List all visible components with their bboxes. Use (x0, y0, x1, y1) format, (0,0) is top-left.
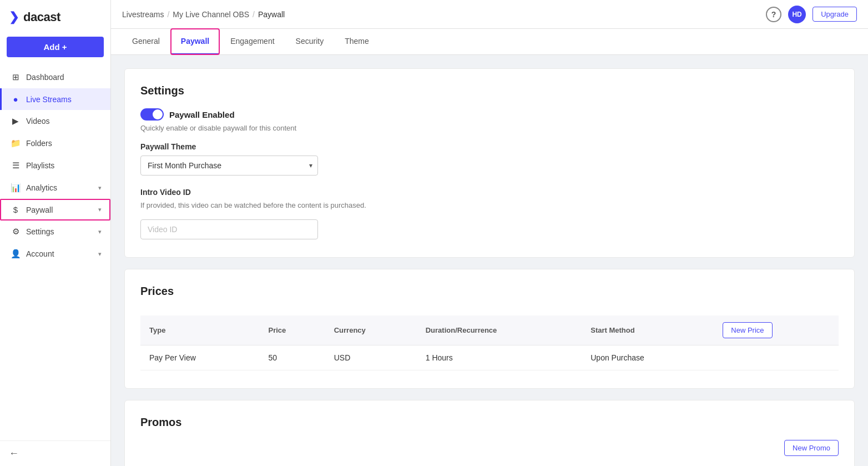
help-icon[interactable]: ? (766, 7, 781, 22)
cell-price: 50 (260, 345, 325, 370)
sidebar-label-live-streams: Live Streams (26, 95, 102, 104)
back-arrow-icon[interactable]: ← (9, 448, 19, 459)
analytics-icon: 📊 (11, 183, 21, 193)
sidebar-label-playlists: Playlists (26, 161, 102, 170)
tab-security[interactable]: Security (286, 29, 334, 54)
sidebar-item-account[interactable]: 👤 Account ▾ (0, 243, 110, 265)
cell-duration: 1 Hours (417, 345, 582, 370)
paywall-theme-select[interactable]: First Month Purchase Pay Per View Subscr… (140, 156, 318, 176)
paywall-theme-label: Paywall Theme (140, 142, 839, 151)
intro-video-label: Intro Video ID (140, 188, 839, 197)
sidebar-item-folders[interactable]: 📁 Folders (0, 132, 110, 154)
paywall-toggle[interactable] (140, 108, 164, 121)
folders-icon: 📁 (11, 138, 21, 148)
toggle-row: Paywall Enabled (140, 108, 839, 121)
new-price-button[interactable]: New Price (723, 322, 772, 338)
tab-engagement[interactable]: Engagement (220, 29, 284, 54)
add-button[interactable]: Add + (7, 37, 104, 57)
col-duration: Duration/Recurrence (417, 315, 582, 345)
cell-type: Pay Per View (140, 345, 260, 370)
cell-currency: USD (325, 345, 417, 370)
account-chevron: ▾ (98, 250, 102, 258)
toggle-desc: Quickly enable or disable paywall for th… (140, 124, 839, 132)
sidebar-label-folders: Folders (26, 139, 102, 148)
sidebar-label-analytics: Analytics (26, 183, 93, 192)
intro-video-desc: If provided, this video can be watched b… (140, 201, 839, 209)
main-area: Livestreams / My Live Channel OBS / Payw… (111, 0, 868, 466)
col-currency: Currency (325, 315, 417, 345)
promos-header: New Promo (140, 440, 839, 456)
no-promos-message: You have no Promos (140, 460, 839, 466)
sidebar-item-settings[interactable]: ⚙ Settings ▾ (0, 221, 110, 243)
breadcrumb-sep-1: / (167, 10, 169, 19)
prices-table: Type Price Currency Duration/Recurrence … (140, 315, 839, 370)
logo-text: dacast (23, 10, 60, 24)
page-content: Settings Paywall Enabled Quickly enable … (111, 55, 868, 466)
breadcrumb-livestreams[interactable]: Livestreams (122, 10, 164, 19)
prices-title: Prices (140, 285, 174, 298)
paywall-theme-select-wrap: First Month Purchase Pay Per View Subscr… (140, 156, 318, 176)
account-icon: 👤 (11, 249, 21, 259)
promos-title: Promos (140, 416, 839, 429)
settings-chevron: ▾ (98, 228, 102, 235)
cell-row-actions (714, 345, 839, 370)
paywall-chevron: ▾ (98, 206, 102, 213)
sidebar-nav: ⊞ Dashboard ● Live Streams ▶ Videos 📁 Fo… (0, 66, 110, 265)
breadcrumb-channel[interactable]: My Live Channel OBS (173, 10, 249, 19)
prices-table-header-row: Type Price Currency Duration/Recurrence … (140, 315, 839, 345)
tab-paywall[interactable]: Paywall (171, 29, 219, 54)
topbar-right: ? HD Upgrade (766, 6, 857, 23)
upgrade-button[interactable]: Upgrade (813, 7, 857, 22)
dashboard-icon: ⊞ (11, 72, 21, 82)
toggle-label: Paywall Enabled (169, 110, 235, 119)
prices-header-row: Prices (140, 285, 839, 309)
settings-icon: ⚙ (11, 227, 21, 237)
playlists-icon: ☰ (11, 161, 21, 171)
sidebar-item-dashboard[interactable]: ⊞ Dashboard (0, 66, 110, 88)
col-start-method: Start Method (582, 315, 714, 345)
breadcrumb: Livestreams / My Live Channel OBS / Payw… (122, 10, 285, 19)
sidebar-item-paywall[interactable]: $ Paywall ▾ (0, 199, 110, 221)
prices-card: Prices Type Price Currency Duration/Recu… (124, 269, 855, 389)
paywall-dollar-icon: $ (11, 205, 21, 214)
sidebar-label-dashboard: Dashboard (26, 73, 102, 82)
tabs-bar: General Paywall Engagement Security Them… (111, 29, 868, 55)
sidebar-label-videos: Videos (26, 117, 102, 126)
table-row: Pay Per View 50 USD 1 Hours Upon Purchas… (140, 345, 839, 370)
tab-general[interactable]: General (122, 29, 170, 54)
breadcrumb-sep-2: / (253, 10, 255, 19)
tab-theme[interactable]: Theme (335, 29, 379, 54)
settings-title: Settings (140, 84, 839, 97)
sidebar-label-account: Account (26, 249, 93, 258)
cell-start-method: Upon Purchase (582, 345, 714, 370)
sidebar-item-videos[interactable]: ▶ Videos (0, 110, 110, 132)
sidebar-item-analytics[interactable]: 📊 Analytics ▾ (0, 177, 110, 199)
settings-card: Settings Paywall Enabled Quickly enable … (124, 68, 855, 258)
new-promo-button[interactable]: New Promo (784, 440, 839, 456)
sidebar-item-live-streams[interactable]: ● Live Streams (0, 88, 110, 110)
avatar[interactable]: HD (788, 6, 806, 23)
sidebar: ❯ dacast Add + ⊞ Dashboard ● Live Stream… (0, 0, 111, 466)
sidebar-bottom: ← (0, 440, 110, 466)
logo: ❯ dacast (0, 0, 110, 34)
live-streams-icon: ● (11, 94, 21, 104)
videos-icon: ▶ (11, 116, 21, 126)
analytics-chevron: ▾ (98, 184, 102, 192)
logo-icon: ❯ (9, 10, 19, 24)
col-type: Type (140, 315, 260, 345)
col-price: Price (260, 315, 325, 345)
promos-card: Promos New Promo You have no Promos (124, 400, 855, 466)
intro-video-input[interactable] (140, 219, 318, 239)
sidebar-item-playlists[interactable]: ☰ Playlists (0, 154, 110, 177)
sidebar-label-paywall: Paywall (26, 206, 93, 214)
topbar: Livestreams / My Live Channel OBS / Payw… (111, 0, 868, 29)
sidebar-label-settings: Settings (26, 227, 93, 236)
col-actions: New Price (714, 315, 839, 345)
breadcrumb-current: Paywall (258, 10, 285, 19)
